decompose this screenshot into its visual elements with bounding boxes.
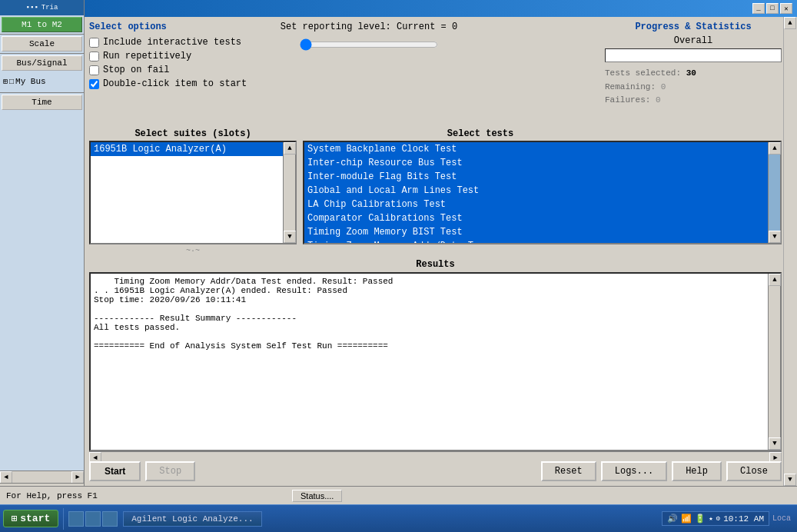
tests-listbox: System Backplane Clock Test Inter-chip R…	[303, 141, 782, 244]
left-scroll-right-arrow[interactable]: ►	[71, 471, 84, 484]
media-icon[interactable]	[102, 511, 118, 527]
run-repetitively-checkbox[interactable]	[89, 52, 99, 62]
suites-scroll-track	[284, 155, 295, 231]
col-labels: Select suites (slots) Select tests	[89, 128, 782, 139]
bus-signal-btn[interactable]: Bus/Signal	[2, 55, 82, 71]
taskbar: ⊞ start Agilent Logic Analyze... 🔊 📶 🔋 ★…	[0, 504, 797, 532]
progress-stats: Tests selected: 30 Remaining: 0 Failures…	[605, 67, 782, 108]
suites-scroll-down[interactable]: ▼	[284, 231, 296, 243]
suites-tests-container: 16951B Logic Analyzer(A) ▲ ▼ System Back…	[89, 141, 782, 244]
app-titlebar: _ □ ✕	[85, 0, 797, 17]
results-container: Timing Zoom Memory Addr/Data Test ended.…	[89, 272, 782, 451]
tests-scroll-down[interactable]: ▼	[769, 231, 781, 243]
tests-selected-label: Tests selected:	[605, 68, 681, 78]
ie-icon[interactable]	[68, 511, 84, 527]
explorer-icon[interactable]	[85, 511, 101, 527]
m1-to-m2-btn[interactable]: M1 to M2	[2, 17, 82, 32]
minimize-button[interactable]: _	[752, 3, 765, 14]
results-scroll-down[interactable]: ▼	[769, 437, 781, 450]
failures-value: 0	[656, 95, 661, 105]
double-click-checkbox[interactable]	[89, 79, 99, 89]
include-interactive-label: Include interactive tests	[103, 37, 241, 48]
stop-on-fail-row: Stop on fail	[89, 65, 258, 75]
left-tree: ⊞ □ My Bus	[0, 72, 84, 91]
test-item-3[interactable]: Global and Local Arm Lines Test	[304, 184, 768, 198]
main-outer: ▪▪▪ Tria M1 to M2 Scale Bus/Signal ⊞ □ M…	[0, 0, 797, 532]
left-scroll-left-arrow[interactable]: ◄	[0, 471, 12, 484]
select-options-title: Select options	[89, 22, 258, 32]
suites-scrollbar: ▲ ▼	[283, 142, 295, 243]
double-click-label: Double-click item to start	[103, 78, 247, 89]
close-button-bottom[interactable]: Close	[726, 461, 782, 481]
start-label: start	[20, 513, 50, 524]
results-title: Results	[89, 259, 782, 270]
tests-list-inner: System Backplane Clock Test Inter-chip R…	[304, 142, 768, 243]
right-scroll-up[interactable]: ▲	[784, 17, 796, 29]
right-scroll-down[interactable]: ▼	[784, 474, 796, 486]
start-button[interactable]: Start	[89, 461, 141, 481]
tray-icon-2[interactable]: 📶	[681, 514, 692, 524]
results-scroll-up[interactable]: ▲	[769, 274, 781, 286]
time-btn[interactable]: Time	[2, 95, 82, 110]
results-section: Results Timing Zoom Memory Addr/Data Tes…	[89, 259, 782, 452]
left-scrollbar: ◄ ►	[0, 470, 84, 483]
results-scrollbar: ▲ ▼	[768, 274, 780, 450]
test-item-5[interactable]: Comparator Calibrations Test	[304, 211, 768, 225]
reporting-label: Set reporting level: Current = 0	[261, 22, 477, 32]
suites-listbox: 16951B Logic Analyzer(A) ▲ ▼	[89, 141, 297, 244]
stop-on-fail-label: Stop on fail	[103, 65, 169, 75]
double-click-row: Double-click item to start	[89, 78, 258, 89]
logs-button[interactable]: Logs...	[601, 461, 667, 481]
suites-scroll-up[interactable]: ▲	[284, 142, 296, 155]
help-button[interactable]: Help	[672, 461, 722, 481]
scale-btn[interactable]: Scale	[2, 36, 82, 52]
right-scroll-track	[784, 29, 797, 474]
sys-tray: 🔊 📶 🔋 ★ ⚙ 10:12 AM	[662, 511, 769, 526]
locale-display: Loca	[772, 514, 791, 523]
tray-icon-1[interactable]: 🔊	[667, 514, 678, 524]
tests-title: Select tests	[315, 128, 646, 139]
suites-tests-section: Select suites (slots) Select tests 16951…	[89, 128, 782, 255]
progress-bar-outer	[605, 48, 782, 62]
clock-display: 10:12 AM	[723, 514, 764, 524]
tray-icon-3[interactable]: 🔋	[695, 514, 706, 524]
test-item-0[interactable]: System Backplane Clock Test	[304, 142, 768, 156]
include-interactive-checkbox[interactable]	[89, 38, 99, 48]
tests-scroll-up[interactable]: ▲	[769, 142, 781, 155]
select-options-panel: Select options Include interactive tests…	[89, 22, 258, 92]
titlebar-controls: _ □ ✕	[752, 3, 792, 14]
status-button[interactable]: Status....	[292, 490, 342, 502]
test-item-1[interactable]: Inter-chip Resource Bus Test	[304, 156, 768, 170]
test-item-4[interactable]: LA Chip Calibrations Test	[304, 198, 768, 211]
close-button[interactable]: ✕	[780, 3, 792, 14]
left-panel: ▪▪▪ Tria M1 to M2 Scale Bus/Signal ⊞ □ M…	[0, 0, 85, 504]
tray-icon-4[interactable]: ★	[709, 514, 712, 523]
remaining-value: 0	[661, 82, 666, 91]
suites-title: Select suites (slots)	[89, 128, 297, 139]
test-item-7[interactable]: Timing Zoom Memory Addr/Data Te...	[304, 239, 768, 243]
tests-selected-value: 30	[686, 68, 696, 78]
taskbar-app-item[interactable]: Agilent Logic Analyze...	[123, 511, 261, 527]
tests-scrollbar: ▲ ▼	[768, 142, 780, 243]
maximize-button[interactable]: □	[766, 3, 779, 14]
reporting-slider[interactable]	[300, 38, 438, 51]
taskbar-right: 🔊 📶 🔋 ★ ⚙ 10:12 AM Loca	[662, 511, 797, 526]
right-scrollbar: ▲ ▼	[783, 17, 797, 486]
tray-icon-5[interactable]: ⚙	[716, 514, 720, 523]
include-interactive-row: Include interactive tests	[89, 37, 258, 48]
test-item-2[interactable]: Inter-module Flag Bits Test	[304, 170, 768, 184]
stop-button[interactable]: Stop	[145, 461, 195, 481]
results-text: Timing Zoom Memory Addr/Data Test ended.…	[91, 274, 768, 450]
help-text: For Help, press F1	[6, 491, 98, 500]
stop-on-fail-checkbox[interactable]	[89, 65, 99, 75]
statusbar: For Help, press F1 Status....	[0, 486, 797, 504]
start-menu-button[interactable]: ⊞ start	[3, 510, 58, 527]
tree-label-mybus: My Bus	[15, 77, 46, 86]
reporting-section: Set reporting level: Current = 0	[261, 22, 477, 51]
run-repetitively-row: Run repetitively	[89, 51, 258, 62]
progress-section: Progress & Statistics Overall Tests sele…	[605, 22, 782, 108]
suite-item-0[interactable]: 16951B Logic Analyzer(A)	[91, 142, 283, 156]
test-item-6[interactable]: Timing Zoom Memory BIST Test	[304, 225, 768, 239]
tree-item-mybus[interactable]: ⊞ □ My Bus	[3, 75, 81, 88]
reset-button[interactable]: Reset	[541, 461, 596, 481]
